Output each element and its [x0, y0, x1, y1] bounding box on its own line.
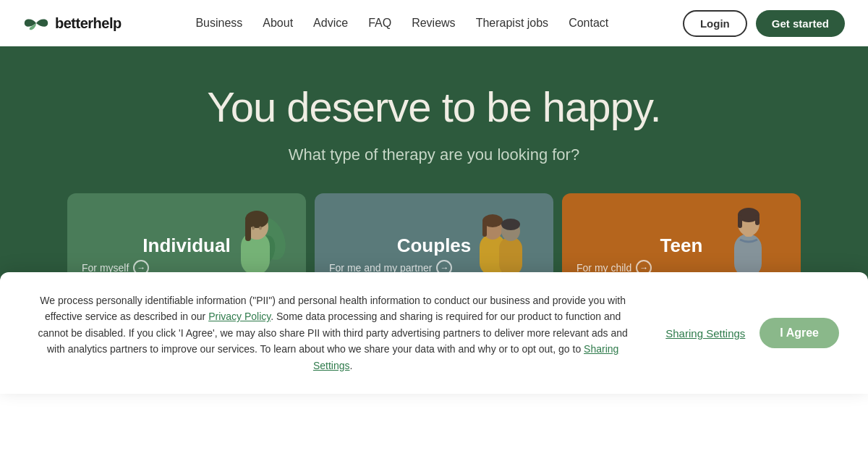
logo-area[interactable]: betterhelp — [23, 15, 122, 32]
hero-section: You deserve to be happy. What type of th… — [0, 46, 868, 394]
svg-point-14 — [501, 219, 520, 230]
agree-button[interactable]: I Agree — [760, 318, 839, 348]
nav-item-faq[interactable]: FAQ — [368, 17, 391, 30]
login-button[interactable]: Login — [683, 10, 747, 37]
svg-rect-19 — [738, 215, 742, 228]
cookie-actions: Sharing Settings I Agree — [665, 318, 839, 348]
header: betterhelp Business About Advice FAQ Rev… — [0, 0, 868, 46]
hero-title: You deserve to be happy. — [58, 83, 810, 131]
hero-subtitle: What type of therapy are you looking for… — [58, 146, 810, 164]
nav-item-contact[interactable]: Contact — [569, 17, 608, 30]
nav-item-reviews[interactable]: Reviews — [412, 17, 455, 30]
nav-actions: Login Get started — [683, 10, 845, 37]
nav-item-therapist-jobs[interactable]: Therapist jobs — [476, 17, 549, 30]
svg-rect-11 — [482, 221, 487, 237]
logo-icon — [23, 15, 49, 31]
get-started-button[interactable]: Get started — [756, 10, 845, 37]
cookie-banner: We process personally identifiable infor… — [0, 272, 868, 394]
main-nav: Business About Advice FAQ Reviews Therap… — [195, 17, 608, 30]
logo-text: betterhelp — [55, 15, 122, 32]
svg-rect-5 — [245, 219, 251, 241]
svg-rect-12 — [499, 237, 522, 276]
nav-item-advice[interactable]: Advice — [313, 17, 348, 30]
privacy-policy-link[interactable]: Privacy Policy — [208, 311, 271, 322]
nav-item-business[interactable]: Business — [195, 17, 242, 30]
svg-point-6 — [252, 226, 255, 229]
svg-rect-20 — [755, 215, 760, 225]
cookie-text: We process personally identifiable infor… — [29, 292, 637, 374]
sharing-settings-button[interactable]: Sharing Settings — [665, 327, 745, 340]
nav-item-about[interactable]: About — [263, 17, 293, 30]
svg-point-7 — [259, 226, 262, 229]
